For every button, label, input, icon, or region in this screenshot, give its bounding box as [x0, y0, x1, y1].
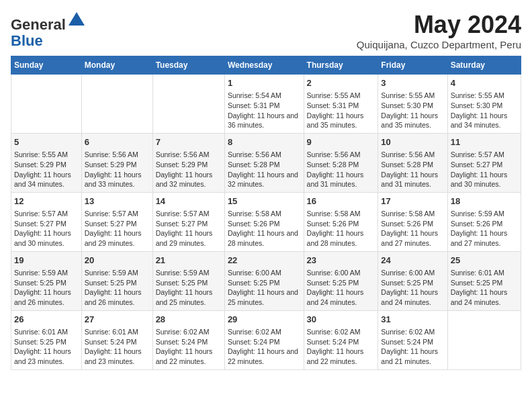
day-info: Sunrise: 5:55 AM Sunset: 5:31 PM Dayligh…: [307, 91, 375, 130]
page-header: General Blue May 2024 Quiquijana, Cuzco …: [11, 11, 521, 50]
day-cell: [11, 75, 82, 134]
day-number: 31: [381, 314, 444, 326]
day-info: Sunrise: 5:57 AM Sunset: 5:27 PM Dayligh…: [156, 209, 222, 248]
day-cell: [81, 75, 152, 134]
subtitle: Quiquijana, Cuzco Department, Peru: [357, 39, 521, 50]
day-cell: 1Sunrise: 5:54 AM Sunset: 5:31 PM Daylig…: [224, 75, 304, 134]
day-info: Sunrise: 6:02 AM Sunset: 5:24 PM Dayligh…: [156, 327, 222, 367]
day-info: Sunrise: 6:00 AM Sunset: 5:25 PM Dayligh…: [307, 268, 375, 308]
day-cell: 27Sunrise: 6:01 AM Sunset: 5:24 PM Dayli…: [81, 310, 152, 369]
day-cell: 3Sunrise: 5:55 AM Sunset: 5:30 PM Daylig…: [378, 75, 447, 134]
day-cell: 23Sunrise: 6:00 AM Sunset: 5:25 PM Dayli…: [304, 251, 378, 310]
day-number: 29: [228, 314, 301, 326]
week-row-4: 19Sunrise: 5:59 AM Sunset: 5:25 PM Dayli…: [11, 251, 521, 310]
day-number: 4: [451, 77, 518, 89]
day-cell: 19Sunrise: 5:59 AM Sunset: 5:25 PM Dayli…: [11, 251, 82, 310]
day-number: 18: [451, 195, 518, 208]
logo: General Blue: [11, 11, 86, 49]
day-cell: 7Sunrise: 5:56 AM Sunset: 5:29 PM Daylig…: [152, 133, 224, 192]
day-cell: [447, 310, 521, 369]
col-header-tuesday: Tuesday: [152, 56, 224, 75]
day-cell: 16Sunrise: 5:58 AM Sunset: 5:26 PM Dayli…: [304, 192, 378, 251]
main-title: May 2024: [357, 11, 521, 39]
day-info: Sunrise: 6:02 AM Sunset: 5:24 PM Dayligh…: [307, 327, 375, 367]
week-row-3: 12Sunrise: 5:57 AM Sunset: 5:27 PM Dayli…: [11, 192, 521, 251]
day-number: 20: [85, 255, 150, 267]
title-block: May 2024 Quiquijana, Cuzco Department, P…: [357, 11, 521, 50]
day-cell: 22Sunrise: 6:00 AM Sunset: 5:25 PM Dayli…: [224, 251, 304, 310]
day-info: Sunrise: 5:56 AM Sunset: 5:28 PM Dayligh…: [381, 150, 444, 189]
logo-blue-text: Blue: [11, 32, 43, 49]
day-number: 28: [156, 314, 222, 326]
day-cell: 31Sunrise: 6:02 AM Sunset: 5:24 PM Dayli…: [378, 310, 447, 369]
day-cell: 13Sunrise: 5:57 AM Sunset: 5:27 PM Dayli…: [81, 192, 152, 251]
day-info: Sunrise: 5:54 AM Sunset: 5:31 PM Dayligh…: [228, 91, 301, 130]
col-header-thursday: Thursday: [304, 56, 378, 75]
day-number: 26: [14, 314, 79, 326]
day-info: Sunrise: 5:55 AM Sunset: 5:29 PM Dayligh…: [14, 150, 79, 189]
day-info: Sunrise: 5:55 AM Sunset: 5:30 PM Dayligh…: [451, 91, 518, 130]
day-info: Sunrise: 5:58 AM Sunset: 5:26 PM Dayligh…: [228, 209, 301, 248]
col-header-wednesday: Wednesday: [224, 56, 304, 75]
day-number: 5: [14, 136, 79, 148]
day-info: Sunrise: 6:01 AM Sunset: 5:25 PM Dayligh…: [14, 327, 79, 367]
day-number: 27: [85, 314, 150, 326]
day-info: Sunrise: 5:59 AM Sunset: 5:26 PM Dayligh…: [451, 209, 518, 248]
day-number: 16: [307, 195, 375, 208]
week-row-1: 1Sunrise: 5:54 AM Sunset: 5:31 PM Daylig…: [11, 75, 521, 134]
day-number: 7: [156, 136, 222, 148]
day-cell: [152, 75, 224, 134]
day-number: 21: [156, 255, 222, 267]
col-header-monday: Monday: [81, 56, 152, 75]
day-cell: 20Sunrise: 5:59 AM Sunset: 5:25 PM Dayli…: [81, 251, 152, 310]
day-number: 11: [451, 136, 518, 148]
svg-rect-1: [74, 20, 79, 26]
day-number: 15: [228, 195, 301, 208]
day-number: 23: [307, 255, 375, 267]
day-info: Sunrise: 5:58 AM Sunset: 5:26 PM Dayligh…: [381, 209, 444, 248]
week-row-2: 5Sunrise: 5:55 AM Sunset: 5:29 PM Daylig…: [11, 133, 521, 192]
day-number: 30: [307, 314, 375, 326]
day-cell: 2Sunrise: 5:55 AM Sunset: 5:31 PM Daylig…: [304, 75, 378, 134]
day-cell: 12Sunrise: 5:57 AM Sunset: 5:27 PM Dayli…: [11, 192, 82, 251]
day-info: Sunrise: 6:02 AM Sunset: 5:24 PM Dayligh…: [381, 327, 444, 367]
day-info: Sunrise: 5:59 AM Sunset: 5:25 PM Dayligh…: [85, 268, 150, 308]
day-number: 22: [228, 255, 301, 267]
day-number: 12: [14, 195, 79, 208]
day-cell: 21Sunrise: 5:59 AM Sunset: 5:25 PM Dayli…: [152, 251, 224, 310]
day-info: Sunrise: 5:56 AM Sunset: 5:29 PM Dayligh…: [85, 150, 150, 189]
day-number: 25: [451, 255, 518, 267]
day-cell: 14Sunrise: 5:57 AM Sunset: 5:27 PM Dayli…: [152, 192, 224, 251]
day-cell: 30Sunrise: 6:02 AM Sunset: 5:24 PM Dayli…: [304, 310, 378, 369]
day-number: 2: [307, 77, 375, 89]
day-info: Sunrise: 5:58 AM Sunset: 5:26 PM Dayligh…: [307, 209, 375, 248]
day-number: 9: [307, 136, 375, 148]
day-info: Sunrise: 5:57 AM Sunset: 5:27 PM Dayligh…: [14, 209, 79, 248]
day-cell: 10Sunrise: 5:56 AM Sunset: 5:28 PM Dayli…: [378, 133, 447, 192]
day-info: Sunrise: 6:00 AM Sunset: 5:25 PM Dayligh…: [381, 268, 444, 308]
day-number: 8: [228, 136, 301, 148]
day-number: 17: [381, 195, 444, 208]
col-header-sunday: Sunday: [11, 56, 82, 75]
day-info: Sunrise: 5:55 AM Sunset: 5:30 PM Dayligh…: [381, 91, 444, 130]
day-number: 13: [85, 195, 150, 208]
day-info: Sunrise: 6:00 AM Sunset: 5:25 PM Dayligh…: [228, 268, 301, 308]
day-number: 14: [156, 195, 222, 208]
day-info: Sunrise: 5:59 AM Sunset: 5:25 PM Dayligh…: [14, 268, 79, 308]
day-cell: 9Sunrise: 5:56 AM Sunset: 5:28 PM Daylig…: [304, 133, 378, 192]
day-cell: 8Sunrise: 5:56 AM Sunset: 5:28 PM Daylig…: [224, 133, 304, 192]
day-cell: 17Sunrise: 5:58 AM Sunset: 5:26 PM Dayli…: [378, 192, 447, 251]
day-info: Sunrise: 5:57 AM Sunset: 5:27 PM Dayligh…: [85, 209, 150, 248]
day-cell: 15Sunrise: 5:58 AM Sunset: 5:26 PM Dayli…: [224, 192, 304, 251]
day-cell: 24Sunrise: 6:00 AM Sunset: 5:25 PM Dayli…: [378, 251, 447, 310]
day-cell: 4Sunrise: 5:55 AM Sunset: 5:30 PM Daylig…: [447, 75, 521, 134]
day-info: Sunrise: 6:02 AM Sunset: 5:24 PM Dayligh…: [228, 327, 301, 367]
day-number: 6: [85, 136, 150, 148]
day-info: Sunrise: 5:59 AM Sunset: 5:25 PM Dayligh…: [156, 268, 222, 308]
day-cell: 29Sunrise: 6:02 AM Sunset: 5:24 PM Dayli…: [224, 310, 304, 369]
day-info: Sunrise: 5:56 AM Sunset: 5:28 PM Dayligh…: [228, 150, 301, 189]
day-info: Sunrise: 5:56 AM Sunset: 5:28 PM Dayligh…: [307, 150, 375, 189]
day-info: Sunrise: 6:01 AM Sunset: 5:24 PM Dayligh…: [85, 327, 150, 367]
col-header-friday: Friday: [378, 56, 447, 75]
day-cell: 26Sunrise: 6:01 AM Sunset: 5:25 PM Dayli…: [11, 310, 82, 369]
